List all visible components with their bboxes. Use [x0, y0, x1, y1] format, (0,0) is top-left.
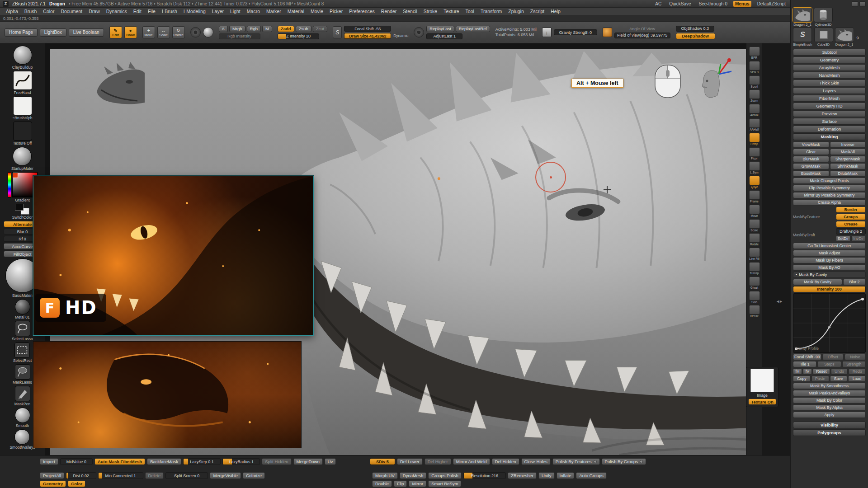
bottom-close-holes[interactable]: Close Holes: [521, 458, 551, 465]
bottom-delete[interactable]: Delete: [145, 472, 164, 479]
mask-intensity-100[interactable]: Intensity 100: [793, 286, 866, 292]
mask-by-cavity-header[interactable]: •Mask By Cavity: [793, 272, 866, 278]
tool-thumb-dragon-2-1[interactable]: Dragon-2_1: [835, 28, 854, 47]
rshelf-actual[interactable]: Actual: [749, 104, 760, 117]
bottom-unify[interactable]: Unify: [538, 472, 555, 479]
menu-i-modeling[interactable]: I-Modeling: [180, 9, 209, 14]
rshelf-ghost[interactable]: Ghost: [749, 277, 760, 290]
rgb-intensity-slider[interactable]: Rgb Intensity: [219, 33, 260, 39]
palette-deformation[interactable]: Deformation: [793, 126, 866, 132]
mask-save[interactable]: Save: [830, 375, 848, 382]
rshelf-line-fill[interactable]: Line Fill: [749, 248, 760, 261]
tray-freehand[interactable]: FreeHand: [13, 71, 32, 95]
mask-shrinkmask[interactable]: ShrinkMask: [830, 163, 866, 169]
bottom-inflate[interactable]: Inflate: [557, 472, 575, 479]
bottom-split-hidden[interactable]: Split Hidden: [262, 458, 291, 465]
edit-button[interactable]: ✎ Edit: [109, 26, 122, 38]
bottom-smart-resym[interactable]: Smart ReSym: [428, 480, 461, 487]
menu-brush[interactable]: Brush: [21, 9, 40, 14]
bottom-split-screen-0[interactable]: Split Screen 0: [165, 472, 208, 479]
mask-apply[interactable]: Apply: [793, 412, 866, 418]
tray-switchcolor[interactable]: SwitchColor: [12, 204, 33, 220]
tray-texture-off[interactable]: Texture Off: [13, 122, 32, 145]
dynamic-toggle[interactable]: Dynamic: [393, 33, 408, 39]
mask-load[interactable]: Load: [848, 375, 866, 382]
zadd-button[interactable]: Zadd: [278, 26, 294, 32]
rshelf-zoom[interactable]: Zoom: [749, 89, 760, 103]
bottom-colorize[interactable]: Colorize: [243, 472, 265, 479]
bottom-lazyradius-1[interactable]: LazyRadius 1: [222, 458, 260, 465]
bottom-color[interactable]: Color: [68, 480, 85, 487]
rshelf-transp[interactable]: Transp: [749, 262, 760, 275]
mask-mask-by-fibers[interactable]: Mask By Fibers: [793, 257, 866, 263]
mask-fv[interactable]: fV: [803, 368, 812, 375]
bottom-groups-polish[interactable]: Groups Polish: [428, 472, 462, 479]
menu-file[interactable]: File: [145, 9, 159, 14]
bottom-auto-groups[interactable]: Auto Groups: [576, 472, 606, 479]
rshelf-persp[interactable]: Persp: [749, 133, 760, 146]
menu-movie[interactable]: Movie: [307, 9, 326, 14]
titlebar-menus[interactable]: Menus: [733, 1, 751, 7]
menu-zplugin[interactable]: Zplugin: [505, 9, 527, 14]
reference-image-dragon-fire[interactable]: [33, 341, 302, 448]
switch-color-icon[interactable]: [15, 204, 29, 215]
tray-smooth[interactable]: Smooth: [15, 408, 30, 428]
mrgb-button[interactable]: Mrgb: [229, 26, 245, 32]
document-thumbnail[interactable]: [94, 61, 146, 105]
titlebar-defaultzscript[interactable]: DefaultZScript: [755, 1, 788, 7]
mask-copy[interactable]: Copy: [793, 375, 811, 382]
palette-preview[interactable]: Preview: [793, 110, 866, 117]
mask-undo[interactable]: Undo: [831, 368, 848, 375]
tray-masklasso[interactable]: MaskLasso: [13, 364, 32, 385]
tray-selectrect[interactable]: SelectRect: [13, 343, 32, 363]
mask-viewmask[interactable]: ViewMask: [793, 141, 829, 148]
bottom-del-hidden[interactable]: Del Hidden: [492, 458, 519, 465]
mask-paste[interactable]: Paste: [811, 375, 829, 382]
bottom-del-lower[interactable]: Del Lower: [397, 458, 423, 465]
texture-on-button[interactable]: Texture On: [748, 399, 776, 405]
tool-thumb-cube3d[interactable]: Cube3D: [814, 28, 833, 47]
mask-redo[interactable]: Redo: [849, 368, 866, 375]
lightbox-button[interactable]: LightBox: [40, 28, 66, 37]
mask-mask-adjust[interactable]: Mask Adjust: [793, 250, 866, 256]
rshelf-l-sym[interactable]: L.Sym: [749, 161, 760, 174]
spotlight-a-button[interactable]: A: [219, 26, 228, 32]
tray-selectlasso[interactable]: SelectLasso: [12, 321, 33, 341]
mask-steps[interactable]: Steps: [817, 361, 841, 367]
bottom-resolution-216[interactable]: Resolution 216: [463, 472, 506, 479]
tool-thumb-cylinder3d[interactable]: Cylinder3D: [814, 8, 833, 27]
mask-inverse[interactable]: Inverse: [830, 141, 866, 148]
palette-thick-skin[interactable]: Thick Skin: [793, 80, 866, 86]
bottom-del-higher[interactable]: Del Higher: [425, 458, 451, 465]
mask-mirror-by-posable-symmetry[interactable]: Mirror By Posable Symmetry: [793, 192, 866, 198]
bottom-dynamesh[interactable]: DynaMesh: [400, 472, 426, 479]
mask-groups[interactable]: Groups: [836, 214, 866, 220]
bottom-flip[interactable]: Flip: [394, 480, 407, 487]
mask-mask-by-ao[interactable]: Mask By AO: [793, 264, 866, 271]
palette-polygroups[interactable]: Polygroups: [793, 429, 866, 436]
angle-of-view-icon[interactable]: [603, 28, 612, 37]
zcut-button[interactable]: Zcut: [313, 26, 327, 32]
replay-last-button[interactable]: ReplayLast: [426, 26, 454, 32]
bottom-zremesher[interactable]: ZRemesher: [508, 472, 537, 479]
bottom-import[interactable]: Import: [40, 458, 58, 465]
menu-help[interactable]: Help: [547, 9, 564, 14]
tray-startupmater[interactable]: StartupMater: [11, 147, 33, 171]
rshelf-scale[interactable]: Scale: [749, 219, 760, 232]
menu-stroke[interactable]: Stroke: [420, 9, 440, 14]
menu-macro[interactable]: Macro: [244, 9, 263, 14]
move-button[interactable]: + Move: [142, 26, 155, 38]
quick-pick-icon[interactable]: [859, 1, 866, 7]
texture-image-thumb[interactable]: [750, 369, 774, 392]
divider-handle-icon[interactable]: ◄►: [776, 299, 782, 304]
stroke-picker-icon[interactable]: [190, 27, 201, 38]
mask-clear[interactable]: Clear: [793, 149, 829, 155]
cavity-profile-curve[interactable]: Cavity Profile: [793, 293, 866, 353]
menu-layer[interactable]: Layer: [209, 9, 227, 14]
rshelf-spix-3[interactable]: SPix 3: [749, 61, 760, 74]
mask-blur-2[interactable]: Blur 2: [843, 279, 866, 285]
reference-image-dragon-closeup[interactable]: F HD: [33, 176, 314, 336]
rshelf-bpr[interactable]: BPR: [749, 47, 760, 60]
mask-maskall[interactable]: MaskAll: [830, 149, 866, 155]
live-boolean-button[interactable]: Live Boolean: [69, 28, 104, 37]
